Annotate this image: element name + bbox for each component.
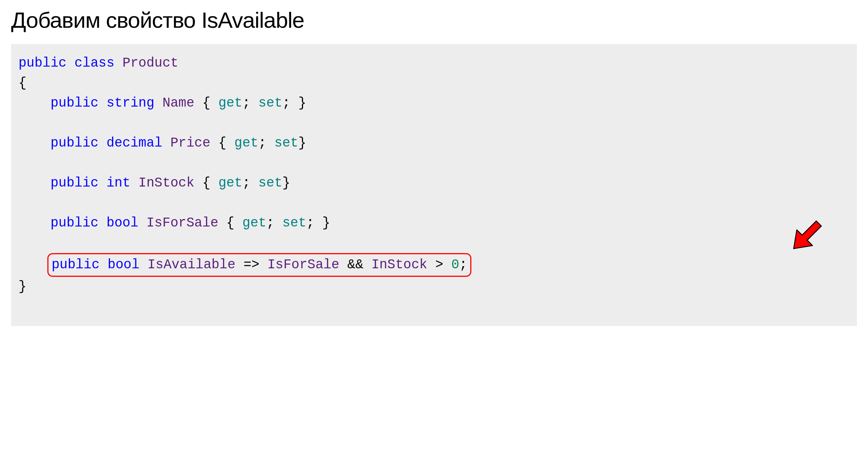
accessor-get: get <box>234 135 258 151</box>
semicolon: ; <box>306 215 314 231</box>
brace: { <box>226 215 235 231</box>
brace: { <box>202 175 211 191</box>
accessor-set: set <box>282 215 306 231</box>
property-price: Price <box>171 135 211 151</box>
semicolon: ; <box>266 215 275 231</box>
keyword-public: public <box>51 257 100 272</box>
class-name: Product <box>122 56 178 71</box>
brace-close: } <box>18 279 27 294</box>
brace: } <box>282 175 290 191</box>
accessor-get: get <box>218 95 242 111</box>
keyword-public: public <box>50 135 98 151</box>
semicolon: ; <box>242 175 250 191</box>
keyword-public: public <box>50 215 98 231</box>
accessor-get: get <box>242 215 266 231</box>
accessor-set: set <box>274 135 298 151</box>
arrow-operator: => <box>243 257 259 272</box>
ref-instock: InStock <box>371 257 427 272</box>
brace: { <box>218 135 226 151</box>
semicolon: ; <box>258 135 266 151</box>
type-string: string <box>107 95 155 111</box>
semicolon: ; <box>282 95 290 111</box>
ref-isforsale: IsForSale <box>268 257 339 272</box>
keyword-public: public <box>18 56 67 71</box>
type-bool: bool <box>108 257 139 272</box>
number-zero: 0 <box>451 257 460 272</box>
type-decimal: decimal <box>107 135 162 151</box>
code-block: public class Product { public string Nam… <box>11 44 857 326</box>
keyword-class: class <box>74 56 114 71</box>
accessor-get: get <box>218 175 242 191</box>
property-name: Name <box>162 95 194 111</box>
arrow-icon <box>768 194 813 238</box>
brace: { <box>202 95 211 111</box>
type-int: int <box>107 175 131 191</box>
type-bool: bool <box>107 215 138 231</box>
and-operator: && <box>347 257 363 272</box>
brace: } <box>298 95 306 111</box>
accessor-set: set <box>258 175 282 191</box>
property-isforsale: IsForSale <box>147 215 218 231</box>
brace: } <box>322 215 330 231</box>
keyword-public: public <box>50 175 98 191</box>
property-isavailable: IsAvailable <box>148 257 236 272</box>
gt-operator: > <box>435 257 443 272</box>
semicolon: ; <box>242 95 250 111</box>
keyword-public: public <box>50 95 98 111</box>
brace-open: { <box>18 75 27 91</box>
property-instock: InStock <box>138 175 194 191</box>
semicolon: ; <box>459 257 467 272</box>
slide-title: Добавим свойство IsAvailable <box>11 7 857 33</box>
accessor-set: set <box>258 95 282 111</box>
highlighted-line: public bool IsAvailable => IsForSale && … <box>47 253 471 277</box>
brace: } <box>298 135 306 151</box>
